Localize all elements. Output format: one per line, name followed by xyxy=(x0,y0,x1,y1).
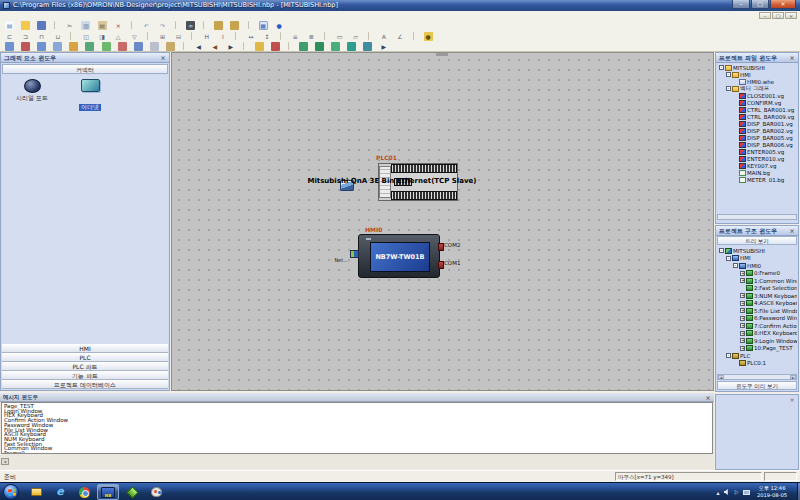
expand-toggle-icon[interactable]: + xyxy=(740,271,745,276)
state-edit-icon[interactable] xyxy=(21,42,30,51)
taskbar-chrome-button[interactable] xyxy=(73,484,95,500)
tree-item[interactable]: - HMI0 xyxy=(717,262,797,270)
canvas-splitter-nub[interactable] xyxy=(436,53,448,56)
space-vertical-icon[interactable]: ↕ xyxy=(263,32,272,41)
run-icon[interactable] xyxy=(102,42,111,51)
network-icon[interactable] xyxy=(743,490,750,495)
close-icon[interactable]: × xyxy=(788,396,796,404)
expand-toggle-icon[interactable]: + xyxy=(740,338,745,343)
copy-icon[interactable]: ▥ xyxy=(81,21,90,30)
minimize-button[interactable]: – xyxy=(732,0,750,9)
open-folder-icon[interactable] xyxy=(21,21,30,30)
undo-icon[interactable]: ↶ xyxy=(142,21,151,30)
start-button[interactable] xyxy=(3,484,19,500)
page-down-icon[interactable] xyxy=(53,42,62,51)
align-left-icon[interactable]: ⊏ xyxy=(5,32,14,41)
expand-toggle-icon[interactable]: - xyxy=(719,65,724,70)
expand-toggle-icon[interactable]: + xyxy=(740,323,745,328)
expand-toggle-icon[interactable]: + xyxy=(740,308,745,313)
close-button[interactable]: × xyxy=(770,0,796,9)
about-icon[interactable]: ● xyxy=(275,21,284,30)
hmi-net-connector-icon[interactable] xyxy=(350,250,359,258)
tree-item[interactable]: 2:Fast Selection xyxy=(717,285,797,293)
window-preview-button[interactable]: 윈도우 미리 보기 xyxy=(717,381,797,390)
tree-item[interactable]: + 10:Page_TEST xyxy=(717,345,797,353)
note-icon[interactable] xyxy=(150,42,159,51)
tree-item[interactable]: ENTER005.vg xyxy=(717,148,797,155)
delete-icon[interactable]: × xyxy=(114,21,123,30)
green-tool-4-icon[interactable] xyxy=(347,42,356,51)
new-file-icon[interactable]: ▤ xyxy=(5,21,14,30)
horizontal-scrollbar[interactable] xyxy=(717,214,797,220)
stop-icon[interactable] xyxy=(118,42,127,51)
tree-item[interactable]: - 벡터 그래프 xyxy=(717,85,797,92)
tree-item[interactable]: METER_01.bg xyxy=(717,176,797,183)
state-list-icon[interactable] xyxy=(5,42,14,51)
scroll-left-icon[interactable]: ◂ xyxy=(718,375,724,379)
taskbar-nb-designer-button[interactable]: NB xyxy=(97,484,119,500)
green-tool-1-icon[interactable] xyxy=(299,42,308,51)
tray-expand-icon[interactable]: ▴ xyxy=(717,489,720,496)
tree-item[interactable]: - MITSUBISHI xyxy=(717,247,797,255)
tree-view-button[interactable]: 트리 보기 xyxy=(717,236,797,245)
tree-item[interactable]: - HMI xyxy=(717,255,797,263)
flip-horizontal-icon[interactable]: ◫ xyxy=(81,32,90,41)
rotate-ccw-icon[interactable]: △ xyxy=(114,32,123,41)
size-skew-icon[interactable]: ▱ xyxy=(351,32,360,41)
category-button[interactable]: 프로젝트 데이터베이스 xyxy=(2,380,168,389)
cut-icon[interactable]: ✂ xyxy=(65,21,74,30)
expand-toggle-icon[interactable]: - xyxy=(726,353,731,358)
tree-item[interactable]: CTRL_BAR001.vg xyxy=(717,106,797,113)
taskbar-explorer-button[interactable] xyxy=(25,484,47,500)
size-width-icon[interactable]: ▭ xyxy=(335,32,344,41)
action-center-flag-icon[interactable]: ⚐ xyxy=(734,489,739,496)
compile-icon[interactable] xyxy=(214,21,223,30)
mdi-restore-button[interactable]: □ xyxy=(772,12,784,19)
connector-tab[interactable]: 커넥터 xyxy=(2,64,168,74)
tree-item[interactable]: HMI0.whe xyxy=(717,78,797,85)
mdi-close-button[interactable]: × xyxy=(785,12,797,19)
align-bottom-icon[interactable]: ⊔ xyxy=(53,32,62,41)
align-right-icon[interactable]: ⊐ xyxy=(21,32,30,41)
expand-toggle-icon[interactable]: + xyxy=(740,316,745,321)
expand-toggle-icon[interactable]: - xyxy=(733,263,738,268)
tree-item[interactable]: + 1:Common Window xyxy=(717,277,797,285)
mark-yellow-icon[interactable] xyxy=(255,42,264,51)
send-back-icon[interactable]: ≣ xyxy=(307,32,316,41)
category-button[interactable]: HMI xyxy=(2,344,168,353)
tree-item[interactable]: - MITSUBISHI xyxy=(717,64,797,71)
volume-icon[interactable] xyxy=(724,489,730,495)
expand-toggle-icon[interactable]: + xyxy=(740,346,745,351)
scroll-left-icon[interactable]: ◂ xyxy=(1,458,9,465)
expand-toggle-icon[interactable]: - xyxy=(726,256,731,261)
tree-item[interactable]: CONFIRM.vg xyxy=(717,99,797,106)
mdi-minimize-button[interactable]: – xyxy=(759,12,771,19)
tree-item[interactable]: CLOSE001.vg xyxy=(717,92,797,99)
angle-icon[interactable]: ∠ xyxy=(395,32,404,41)
taskbar-app-button[interactable] xyxy=(121,484,143,500)
flip-vertical-icon[interactable]: ◨ xyxy=(98,32,107,41)
paste-icon[interactable]: ▤ xyxy=(98,21,107,30)
tree-item[interactable]: + 7:Confirm Action Window xyxy=(717,322,797,330)
tree-item[interactable]: MAIN.bg xyxy=(717,169,797,176)
page-up-icon[interactable] xyxy=(37,42,46,51)
category-button[interactable]: PLC 파트 xyxy=(2,362,168,371)
prev-state-icon[interactable]: ◀ xyxy=(210,42,219,51)
close-icon[interactable]: × xyxy=(788,227,796,235)
mark-red-icon[interactable] xyxy=(271,42,280,51)
text-style-icon[interactable]: A xyxy=(379,32,388,41)
group-icon[interactable]: ⊞ xyxy=(158,32,167,41)
rotate-cw-icon[interactable]: ▽ xyxy=(130,32,139,41)
tree-item[interactable]: DISP_BAR006.vg xyxy=(717,141,797,148)
ungroup-icon[interactable]: ⊟ xyxy=(174,32,183,41)
tree-item[interactable]: - HMI xyxy=(717,71,797,78)
tree-item[interactable]: PLC0:1 xyxy=(717,360,797,368)
taskbar-clock[interactable]: 오후 12:46 2019-08-05 xyxy=(750,485,794,498)
hmi-device[interactable]: NB7W-TW01B xyxy=(358,234,440,278)
tree-item[interactable]: DISP_BAR001.vg xyxy=(717,120,797,127)
design-canvas[interactable]: PLC01 Mitsubishi QnA 3E Bin Ethernet(TCP… xyxy=(171,52,714,391)
ethernet-item[interactable]: 이더넷 xyxy=(64,79,116,113)
tree-item[interactable]: DISP_BAR002.vg xyxy=(717,127,797,134)
chart-icon[interactable] xyxy=(134,42,143,51)
expand-toggle-icon[interactable]: - xyxy=(726,86,731,91)
